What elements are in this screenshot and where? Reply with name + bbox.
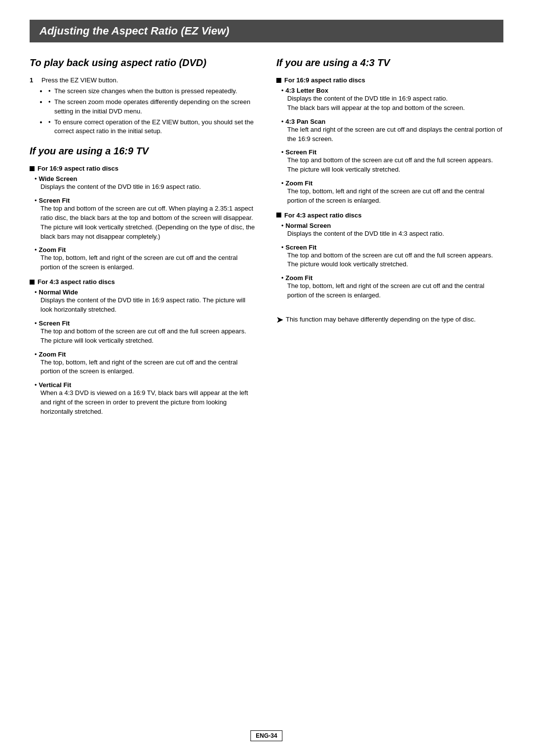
step-number: 1 bbox=[30, 76, 38, 138]
square-bullet-icon-3 bbox=[276, 78, 281, 83]
square-bullet-icon-4 bbox=[276, 213, 281, 217]
wide-screen-desc: Displays the content of the DVD title in… bbox=[35, 182, 257, 192]
normal-screen-desc: Displays the content of the DVD title in… bbox=[281, 229, 503, 239]
zoom-fit-item-1: Zoom Fit The top, bottom, left and right… bbox=[30, 246, 257, 272]
section-43tv: If you are using a 4:3 TV For 16:9 aspec… bbox=[276, 57, 503, 324]
step-text: Press the EZ VIEW button. bbox=[41, 76, 118, 84]
step-1: 1 Press the EZ VIEW button. The screen s… bbox=[30, 76, 257, 138]
zoom-fit-title-r1: Zoom Fit bbox=[281, 180, 503, 187]
page: Adjusting the Aspect Ratio (EZ View) To … bbox=[0, 0, 533, 756]
zoom-fit-desc-2: The top, bottom, left and right of the s… bbox=[35, 358, 257, 377]
section-playback: To play back using aspect ratio (DVD) 1 … bbox=[30, 57, 257, 138]
group-43-discs-header-right: For 4:3 aspect ratio discs bbox=[276, 212, 503, 219]
square-bullet-icon bbox=[30, 166, 35, 171]
group-43-discs-header-left: For 4:3 aspect ratio discs bbox=[30, 278, 257, 286]
screen-fit-item-1: Screen Fit The top and bottom of the scr… bbox=[30, 197, 257, 241]
step-bullets: The screen size changes when the button … bbox=[41, 87, 257, 136]
group-169-discs-header-right: For 16:9 aspect ratio discs bbox=[276, 76, 503, 84]
screen-fit-title-r1: Screen Fit bbox=[281, 148, 503, 156]
panscan-desc: The left and right of the screen are cut… bbox=[281, 125, 503, 144]
note-text: This function may behave differently dep… bbox=[286, 315, 476, 324]
note-arrow-icon: ➤ bbox=[276, 315, 283, 324]
vertical-fit-title: Vertical Fit bbox=[35, 381, 257, 389]
letterbox-title: 4:3 Letter Box bbox=[281, 87, 503, 94]
group-169-discs-label-right: For 16:9 aspect ratio discs bbox=[284, 76, 365, 84]
normal-screen-item: Normal Screen Displays the content of th… bbox=[276, 222, 503, 239]
zoom-fit-desc-r1: The top, bottom, left and right of the s… bbox=[281, 187, 503, 206]
normal-wide-item: Normal Wide Displays the content of the … bbox=[30, 288, 257, 315]
page-title: Adjusting the Aspect Ratio (EZ View) bbox=[39, 25, 494, 37]
group-43-discs-label-right: For 4:3 aspect ratio discs bbox=[284, 212, 362, 219]
vertical-fit-desc: When a 4:3 DVD is viewed on a 16:9 TV, b… bbox=[35, 389, 257, 417]
header-bar: Adjusting the Aspect Ratio (EZ View) bbox=[30, 20, 503, 42]
normal-screen-title: Normal Screen bbox=[281, 222, 503, 229]
panscan-item: 4:3 Pan Scan The left and right of the s… bbox=[276, 118, 503, 144]
screen-fit-item-2: Screen Fit The top and bottom of the scr… bbox=[30, 320, 257, 346]
screen-fit-desc-r2: The top and bottom of the screen are cut… bbox=[281, 251, 503, 270]
panscan-title: 4:3 Pan Scan bbox=[281, 118, 503, 125]
zoom-fit-item-r2: Zoom Fit The top, bottom, left and right… bbox=[276, 274, 503, 300]
step-content: Press the EZ VIEW button. The screen siz… bbox=[41, 76, 257, 138]
wide-screen-item: Wide Screen Displays the content of the … bbox=[30, 175, 257, 192]
page-number: ENG-34 bbox=[250, 730, 282, 741]
note-section: ➤ This function may behave differently d… bbox=[276, 315, 503, 324]
screen-fit-desc-r1: The top and bottom of the screen are cut… bbox=[281, 156, 503, 175]
screen-fit-title-1: Screen Fit bbox=[35, 197, 257, 204]
section-playback-title: To play back using aspect ratio (DVD) bbox=[30, 57, 257, 69]
group-169-discs-label: For 16:9 aspect ratio discs bbox=[38, 165, 118, 172]
bullet-2: The screen zoom mode operates differentl… bbox=[47, 98, 257, 116]
zoom-fit-title-2: Zoom Fit bbox=[35, 351, 257, 358]
group-169-discs-header: For 16:9 aspect ratio discs bbox=[30, 165, 257, 172]
section-169tv-title: If you are using a 16:9 TV bbox=[30, 145, 257, 157]
zoom-fit-desc-r2: The top, bottom, left and right of the s… bbox=[281, 282, 503, 300]
right-column: If you are using a 4:3 TV For 16:9 aspec… bbox=[276, 57, 503, 425]
bullet-3: To ensure correct operation of the EZ VI… bbox=[47, 118, 257, 137]
wide-screen-title: Wide Screen bbox=[35, 175, 257, 182]
group-43-discs-label-left: For 4:3 aspect ratio discs bbox=[38, 278, 115, 286]
section-43tv-title: If you are using a 4:3 TV bbox=[276, 57, 503, 69]
zoom-fit-title-r2: Zoom Fit bbox=[281, 274, 503, 282]
normal-wide-desc: Displays the content of the DVD title in… bbox=[35, 296, 257, 315]
two-col-layout: To play back using aspect ratio (DVD) 1 … bbox=[30, 57, 503, 425]
bullet-1: The screen size changes when the button … bbox=[47, 87, 257, 96]
screen-fit-desc-1: The top and bottom of the screen are cut… bbox=[35, 204, 257, 241]
screen-fit-item-r2: Screen Fit The top and bottom of the scr… bbox=[276, 244, 503, 270]
zoom-fit-item-2: Zoom Fit The top, bottom, left and right… bbox=[30, 351, 257, 377]
screen-fit-title-2: Screen Fit bbox=[35, 320, 257, 327]
vertical-fit-item: Vertical Fit When a 4:3 DVD is viewed on… bbox=[30, 381, 257, 417]
normal-wide-title: Normal Wide bbox=[35, 288, 257, 296]
zoom-fit-item-r1: Zoom Fit The top, bottom, left and right… bbox=[276, 180, 503, 206]
letterbox-desc: Displays the content of the DVD title in… bbox=[281, 94, 503, 113]
screen-fit-item-r1: Screen Fit The top and bottom of the scr… bbox=[276, 148, 503, 175]
zoom-fit-desc-1: The top, bottom, left and right of the s… bbox=[35, 253, 257, 272]
left-column: To play back using aspect ratio (DVD) 1 … bbox=[30, 57, 257, 425]
section-169tv: If you are using a 16:9 TV For 16:9 aspe… bbox=[30, 145, 257, 417]
zoom-fit-title-1: Zoom Fit bbox=[35, 246, 257, 253]
letterbox-item: 4:3 Letter Box Displays the content of t… bbox=[276, 87, 503, 113]
screen-fit-desc-2: The top and bottom of the screen are cut… bbox=[35, 327, 257, 346]
square-bullet-icon-2 bbox=[30, 280, 35, 285]
screen-fit-title-r2: Screen Fit bbox=[281, 244, 503, 251]
